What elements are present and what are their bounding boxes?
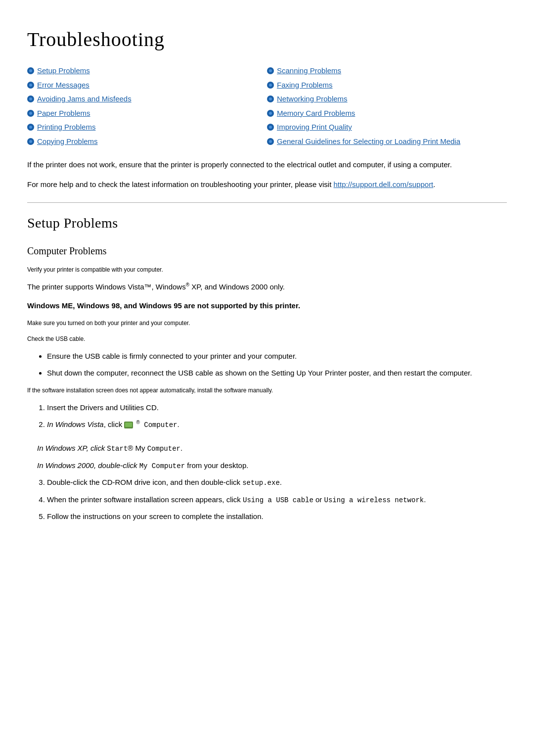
toc-bullet-icon <box>27 124 34 131</box>
toc-col-right: Scanning Problems Faxing Problems Networ… <box>267 65 507 148</box>
toc-bullet-icon <box>27 95 34 102</box>
install-screen-intro: When the printer software installation s… <box>47 495 243 504</box>
install-steps-list: Insert the Drivers and Utilities CD. In … <box>47 402 507 522</box>
list-item: Shut down the computer, reconnect the US… <box>47 367 507 379</box>
install-screen-text: If the software installation screen does… <box>27 386 507 395</box>
toc-item: Improving Print Quality <box>267 122 507 133</box>
toc-link-copying[interactable]: Copying Problems <box>37 136 98 147</box>
toc-bullet-icon <box>267 67 274 74</box>
toc-link-networking[interactable]: Networking Problems <box>277 94 348 105</box>
toc-item: Scanning Problems <box>267 65 507 77</box>
list-item: In Windows Vista, click ® Computer. In W… <box>47 419 507 472</box>
toc-link-paper[interactable]: Paper Problems <box>37 108 90 119</box>
toc-item: Memory Card Problems <box>267 108 507 119</box>
windows-xp-start: Start <box>107 445 128 453</box>
wireless-option: Using a wireless network <box>324 496 424 504</box>
toc-item: Printing Problems <box>27 122 267 133</box>
registered-sup: ® <box>136 420 139 425</box>
svg-rect-2 <box>127 427 130 428</box>
toc-item: Setup Problems <box>27 65 267 77</box>
check-usb-text: Check the USB cable. <box>27 334 507 343</box>
toc-link-media[interactable]: General Guidelines for Selecting or Load… <box>277 136 460 147</box>
toc-item: Copying Problems <box>27 136 267 147</box>
list-item: Double-click the CD-ROM drive icon, and … <box>47 476 507 488</box>
windows-support-text: The printer supports Windows Vista™, Win… <box>27 281 507 293</box>
page-title: Troubleshooting <box>27 25 507 54</box>
list-item: When the printer software installation s… <box>47 494 507 506</box>
windows-xp-label: In Windows XP <box>37 444 87 452</box>
list-item: Follow the instructions on your screen t… <box>47 511 507 522</box>
toc-bullet-icon <box>267 95 274 102</box>
setup-section-title: Setup Problems <box>27 213 507 234</box>
list-item: Ensure the USB cable is firmly connected… <box>47 350 507 362</box>
toc-item: Faxing Problems <box>267 80 507 91</box>
list-item: Insert the Drivers and Utilities CD. <box>47 402 507 414</box>
windows-vista-label: In Windows Vista <box>47 420 104 428</box>
toc-item: Avoiding Jams and Misfeeds <box>27 94 267 105</box>
toc-item: Error Messages <box>27 80 267 91</box>
setup-exe: setup.exe <box>242 479 280 487</box>
verify-text: Verify your printer is compatible with y… <box>27 265 507 274</box>
computer-icon-placeholder <box>124 420 136 428</box>
toc-bullet-icon <box>267 82 274 89</box>
turned-on-text: Make sure you turned on both your printe… <box>27 319 507 328</box>
toc-bullet-icon <box>267 124 274 131</box>
toc-bullet-icon <box>267 138 274 145</box>
svg-rect-1 <box>125 423 132 427</box>
my-computer-xp: Computer <box>147 445 180 453</box>
toc-link-scanning[interactable]: Scanning Problems <box>277 65 341 77</box>
toc-bullet-icon <box>27 67 34 74</box>
toc-bullet-icon <box>267 110 274 117</box>
windows-2000-para: In Windows 2000, double-click My Compute… <box>37 460 507 472</box>
toc-link-memcard[interactable]: Memory Card Problems <box>277 108 355 119</box>
toc-link-quality[interactable]: Improving Print Quality <box>277 122 352 133</box>
windows-2000-label: In Windows 2000 <box>37 461 94 470</box>
period: . <box>177 420 179 428</box>
windows-not-supported-text: Windows ME, Windows 98, and Windows 95 a… <box>27 300 507 312</box>
intro-para2-text: For more help and to check the latest in… <box>27 180 331 189</box>
toc-link-error[interactable]: Error Messages <box>37 80 89 91</box>
computer-text: Computer <box>140 421 178 429</box>
intro-para1: If the printer does not work, ensure tha… <box>27 159 507 171</box>
toc-item: Paper Problems <box>27 108 267 119</box>
toc-section: Setup Problems Error Messages Avoiding J… <box>27 65 507 148</box>
item4-suffix: . <box>424 495 426 504</box>
toc-bullet-icon <box>27 82 34 89</box>
computer-problems-title: Computer Problems <box>27 243 507 258</box>
computer-icon <box>124 422 133 428</box>
toc-link-jams[interactable]: Avoiding Jams and Misfeeds <box>37 94 132 105</box>
section-divider <box>27 202 507 203</box>
usb-cable-option: Using a USB cable <box>243 496 313 504</box>
intro-para2: For more help and to check the latest in… <box>27 179 507 190</box>
toc-item: Networking Problems <box>267 94 507 105</box>
toc-link-faxing[interactable]: Faxing Problems <box>277 80 333 91</box>
or-text: or <box>313 495 324 504</box>
support-link[interactable]: http://support.dell.com/support <box>334 180 434 189</box>
toc-col-left: Setup Problems Error Messages Avoiding J… <box>27 65 267 148</box>
windows-2000-middle: , double-click <box>94 461 139 470</box>
toc-item: General Guidelines for Selecting or Load… <box>267 136 507 147</box>
windows-xp-para: In Windows XP, click Start® My Computer. <box>37 442 507 454</box>
toc-bullet-icon <box>27 138 34 145</box>
intro-para2-end: . <box>433 180 435 189</box>
toc-bullet-icon <box>27 110 34 117</box>
my-computer-2000: My Computer <box>139 462 185 470</box>
usb-bullet-list: Ensure the USB cable is firmly connected… <box>47 350 507 379</box>
toc-link-setup[interactable]: Setup Problems <box>37 65 90 77</box>
click-text: , click <box>104 420 125 428</box>
toc-link-printing[interactable]: Printing Problems <box>37 122 95 133</box>
windows-xp-middle: , click <box>87 444 107 452</box>
